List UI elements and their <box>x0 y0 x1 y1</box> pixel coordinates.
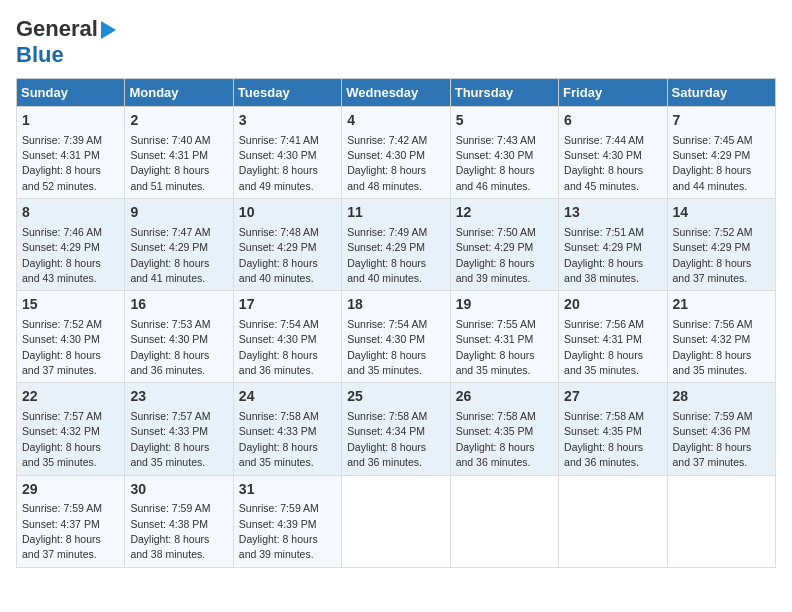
day-number: 19 <box>456 295 553 315</box>
calendar-cell <box>667 475 775 567</box>
day-number: 26 <box>456 387 553 407</box>
day-number: 18 <box>347 295 444 315</box>
calendar-cell: 25 Sunrise: 7:58 AM Sunset: 4:34 PM Dayl… <box>342 383 450 475</box>
day-info: Sunrise: 7:54 AM Sunset: 4:30 PM Dayligh… <box>347 318 427 376</box>
calendar-cell: 18 Sunrise: 7:54 AM Sunset: 4:30 PM Dayl… <box>342 291 450 383</box>
calendar-cell: 10 Sunrise: 7:48 AM Sunset: 4:29 PM Dayl… <box>233 199 341 291</box>
day-info: Sunrise: 7:59 AM Sunset: 4:38 PM Dayligh… <box>130 502 210 560</box>
calendar-cell: 8 Sunrise: 7:46 AM Sunset: 4:29 PM Dayli… <box>17 199 125 291</box>
day-info: Sunrise: 7:58 AM Sunset: 4:35 PM Dayligh… <box>456 410 536 468</box>
day-number: 24 <box>239 387 336 407</box>
calendar-cell: 23 Sunrise: 7:57 AM Sunset: 4:33 PM Dayl… <box>125 383 233 475</box>
calendar-cell: 31 Sunrise: 7:59 AM Sunset: 4:39 PM Dayl… <box>233 475 341 567</box>
day-number: 12 <box>456 203 553 223</box>
calendar-cell <box>450 475 558 567</box>
calendar-cell: 13 Sunrise: 7:51 AM Sunset: 4:29 PM Dayl… <box>559 199 667 291</box>
calendar-cell: 12 Sunrise: 7:50 AM Sunset: 4:29 PM Dayl… <box>450 199 558 291</box>
calendar-cell: 29 Sunrise: 7:59 AM Sunset: 4:37 PM Dayl… <box>17 475 125 567</box>
weekday-header-monday: Monday <box>125 79 233 107</box>
day-info: Sunrise: 7:40 AM Sunset: 4:31 PM Dayligh… <box>130 134 210 192</box>
day-info: Sunrise: 7:56 AM Sunset: 4:32 PM Dayligh… <box>673 318 753 376</box>
day-info: Sunrise: 7:46 AM Sunset: 4:29 PM Dayligh… <box>22 226 102 284</box>
day-number: 16 <box>130 295 227 315</box>
logo: General Blue <box>16 16 116 68</box>
day-number: 15 <box>22 295 119 315</box>
calendar-cell: 2 Sunrise: 7:40 AM Sunset: 4:31 PM Dayli… <box>125 107 233 199</box>
day-info: Sunrise: 7:52 AM Sunset: 4:30 PM Dayligh… <box>22 318 102 376</box>
calendar-cell: 22 Sunrise: 7:57 AM Sunset: 4:32 PM Dayl… <box>17 383 125 475</box>
calendar-cell: 16 Sunrise: 7:53 AM Sunset: 4:30 PM Dayl… <box>125 291 233 383</box>
day-info: Sunrise: 7:58 AM Sunset: 4:33 PM Dayligh… <box>239 410 319 468</box>
day-info: Sunrise: 7:59 AM Sunset: 4:37 PM Dayligh… <box>22 502 102 560</box>
day-number: 7 <box>673 111 770 131</box>
day-number: 27 <box>564 387 661 407</box>
calendar-cell: 15 Sunrise: 7:52 AM Sunset: 4:30 PM Dayl… <box>17 291 125 383</box>
day-info: Sunrise: 7:58 AM Sunset: 4:35 PM Dayligh… <box>564 410 644 468</box>
calendar-cell: 5 Sunrise: 7:43 AM Sunset: 4:30 PM Dayli… <box>450 107 558 199</box>
calendar-cell: 24 Sunrise: 7:58 AM Sunset: 4:33 PM Dayl… <box>233 383 341 475</box>
calendar-table: SundayMondayTuesdayWednesdayThursdayFrid… <box>16 78 776 568</box>
header: General Blue <box>16 16 776 68</box>
day-info: Sunrise: 7:56 AM Sunset: 4:31 PM Dayligh… <box>564 318 644 376</box>
day-number: 28 <box>673 387 770 407</box>
weekday-header-friday: Friday <box>559 79 667 107</box>
calendar-cell <box>559 475 667 567</box>
day-number: 22 <box>22 387 119 407</box>
calendar-cell: 1 Sunrise: 7:39 AM Sunset: 4:31 PM Dayli… <box>17 107 125 199</box>
day-info: Sunrise: 7:51 AM Sunset: 4:29 PM Dayligh… <box>564 226 644 284</box>
weekday-header-saturday: Saturday <box>667 79 775 107</box>
calendar-cell <box>342 475 450 567</box>
day-number: 2 <box>130 111 227 131</box>
calendar-cell: 21 Sunrise: 7:56 AM Sunset: 4:32 PM Dayl… <box>667 291 775 383</box>
day-info: Sunrise: 7:52 AM Sunset: 4:29 PM Dayligh… <box>673 226 753 284</box>
calendar-cell: 6 Sunrise: 7:44 AM Sunset: 4:30 PM Dayli… <box>559 107 667 199</box>
weekday-header-wednesday: Wednesday <box>342 79 450 107</box>
day-number: 5 <box>456 111 553 131</box>
day-info: Sunrise: 7:57 AM Sunset: 4:33 PM Dayligh… <box>130 410 210 468</box>
day-info: Sunrise: 7:45 AM Sunset: 4:29 PM Dayligh… <box>673 134 753 192</box>
weekday-header-tuesday: Tuesday <box>233 79 341 107</box>
day-info: Sunrise: 7:43 AM Sunset: 4:30 PM Dayligh… <box>456 134 536 192</box>
day-info: Sunrise: 7:57 AM Sunset: 4:32 PM Dayligh… <box>22 410 102 468</box>
calendar-cell: 26 Sunrise: 7:58 AM Sunset: 4:35 PM Dayl… <box>450 383 558 475</box>
day-info: Sunrise: 7:50 AM Sunset: 4:29 PM Dayligh… <box>456 226 536 284</box>
logo-arrow-icon <box>101 21 116 39</box>
day-info: Sunrise: 7:42 AM Sunset: 4:30 PM Dayligh… <box>347 134 427 192</box>
calendar-cell: 11 Sunrise: 7:49 AM Sunset: 4:29 PM Dayl… <box>342 199 450 291</box>
calendar-cell: 7 Sunrise: 7:45 AM Sunset: 4:29 PM Dayli… <box>667 107 775 199</box>
calendar-cell: 30 Sunrise: 7:59 AM Sunset: 4:38 PM Dayl… <box>125 475 233 567</box>
calendar-cell: 9 Sunrise: 7:47 AM Sunset: 4:29 PM Dayli… <box>125 199 233 291</box>
day-info: Sunrise: 7:48 AM Sunset: 4:29 PM Dayligh… <box>239 226 319 284</box>
day-number: 14 <box>673 203 770 223</box>
day-number: 8 <box>22 203 119 223</box>
calendar-cell: 28 Sunrise: 7:59 AM Sunset: 4:36 PM Dayl… <box>667 383 775 475</box>
day-number: 23 <box>130 387 227 407</box>
logo-text-general: General <box>16 16 98 42</box>
calendar-cell: 4 Sunrise: 7:42 AM Sunset: 4:30 PM Dayli… <box>342 107 450 199</box>
day-number: 17 <box>239 295 336 315</box>
day-info: Sunrise: 7:49 AM Sunset: 4:29 PM Dayligh… <box>347 226 427 284</box>
day-info: Sunrise: 7:58 AM Sunset: 4:34 PM Dayligh… <box>347 410 427 468</box>
calendar-cell: 17 Sunrise: 7:54 AM Sunset: 4:30 PM Dayl… <box>233 291 341 383</box>
day-number: 29 <box>22 480 119 500</box>
day-number: 20 <box>564 295 661 315</box>
calendar-cell: 14 Sunrise: 7:52 AM Sunset: 4:29 PM Dayl… <box>667 199 775 291</box>
day-number: 10 <box>239 203 336 223</box>
day-number: 3 <box>239 111 336 131</box>
day-info: Sunrise: 7:54 AM Sunset: 4:30 PM Dayligh… <box>239 318 319 376</box>
calendar-cell: 27 Sunrise: 7:58 AM Sunset: 4:35 PM Dayl… <box>559 383 667 475</box>
day-info: Sunrise: 7:59 AM Sunset: 4:39 PM Dayligh… <box>239 502 319 560</box>
day-info: Sunrise: 7:59 AM Sunset: 4:36 PM Dayligh… <box>673 410 753 468</box>
day-info: Sunrise: 7:41 AM Sunset: 4:30 PM Dayligh… <box>239 134 319 192</box>
day-number: 21 <box>673 295 770 315</box>
day-info: Sunrise: 7:55 AM Sunset: 4:31 PM Dayligh… <box>456 318 536 376</box>
day-number: 4 <box>347 111 444 131</box>
day-number: 13 <box>564 203 661 223</box>
day-number: 11 <box>347 203 444 223</box>
day-number: 1 <box>22 111 119 131</box>
day-number: 31 <box>239 480 336 500</box>
calendar-cell: 3 Sunrise: 7:41 AM Sunset: 4:30 PM Dayli… <box>233 107 341 199</box>
day-number: 30 <box>130 480 227 500</box>
weekday-header-thursday: Thursday <box>450 79 558 107</box>
weekday-header-sunday: Sunday <box>17 79 125 107</box>
